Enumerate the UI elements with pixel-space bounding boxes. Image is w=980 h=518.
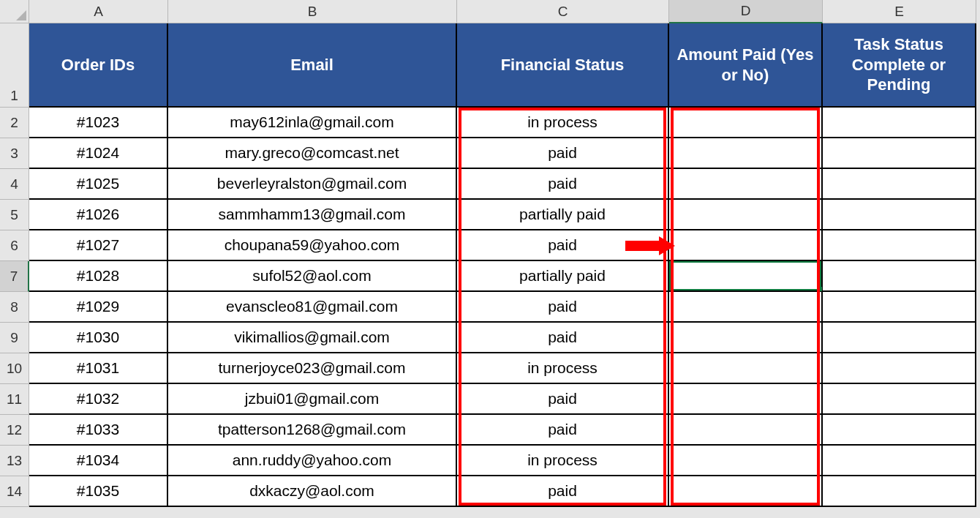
cell-C10[interactable]: in process xyxy=(457,353,669,384)
cell-D5[interactable] xyxy=(669,200,823,230)
cell-A3[interactable]: #1024 xyxy=(29,138,168,169)
cell-C8[interactable]: paid xyxy=(457,292,669,323)
cell-B3[interactable]: mary.greco@comcast.net xyxy=(168,138,457,169)
cell-E14[interactable] xyxy=(823,476,976,507)
cell-D11[interactable] xyxy=(669,384,823,415)
row-header-6[interactable]: 6 xyxy=(0,230,29,261)
cell-A2[interactable]: #1023 xyxy=(29,108,168,138)
row-header-12[interactable]: 12 xyxy=(0,415,29,446)
row-header-3[interactable]: 3 xyxy=(0,138,29,169)
cell-D8[interactable] xyxy=(669,292,823,323)
row-header-7[interactable]: 7 xyxy=(0,261,29,292)
spreadsheet: A B C D E 1 Order IDs Email Financial St… xyxy=(0,0,980,507)
cell-A4[interactable]: #1025 xyxy=(29,169,168,200)
cell-A11[interactable]: #1032 xyxy=(29,384,168,415)
header-amount-paid[interactable]: Amount Paid (Yes or No) xyxy=(669,23,823,108)
cell-B11[interactable]: jzbui01@gmail.com xyxy=(168,384,457,415)
cell-C4[interactable]: paid xyxy=(457,169,669,200)
row-header-2[interactable]: 2 xyxy=(0,108,29,138)
cell-C11[interactable]: paid xyxy=(457,384,669,415)
cell-C12[interactable]: paid xyxy=(457,415,669,446)
cell-D7[interactable] xyxy=(669,261,823,292)
cell-E10[interactable] xyxy=(823,353,976,384)
cell-D13[interactable] xyxy=(669,446,823,476)
cell-A13[interactable]: #1034 xyxy=(29,446,168,476)
header-order-ids[interactable]: Order IDs xyxy=(29,23,168,108)
cell-E7[interactable] xyxy=(823,261,976,292)
cell-D6[interactable] xyxy=(669,230,823,261)
cell-A12[interactable]: #1033 xyxy=(29,415,168,446)
cell-A14[interactable]: #1035 xyxy=(29,476,168,507)
col-header-D[interactable]: D xyxy=(669,0,823,23)
cell-A8[interactable]: #1029 xyxy=(29,292,168,323)
cell-C14[interactable]: paid xyxy=(457,476,669,507)
cell-A9[interactable]: #1030 xyxy=(29,323,168,353)
col-header-E[interactable]: E xyxy=(823,0,976,23)
cell-C3[interactable]: paid xyxy=(457,138,669,169)
cell-C9[interactable]: paid xyxy=(457,323,669,353)
cell-D3[interactable] xyxy=(669,138,823,169)
cell-A10[interactable]: #1031 xyxy=(29,353,168,384)
cell-B2[interactable]: may612inla@gmail.com xyxy=(168,108,457,138)
row-header-1[interactable]: 1 xyxy=(0,23,29,108)
col-header-C[interactable]: C xyxy=(457,0,669,23)
cell-B9[interactable]: vikimallios@gmail.com xyxy=(168,323,457,353)
row-header-13[interactable]: 13 xyxy=(0,446,29,476)
column-header-strip: A B C D E xyxy=(0,0,980,23)
col-header-A[interactable]: A xyxy=(29,0,168,23)
cell-D14[interactable] xyxy=(669,476,823,507)
cell-A5[interactable]: #1026 xyxy=(29,200,168,230)
cell-E12[interactable] xyxy=(823,415,976,446)
cell-C13[interactable]: in process xyxy=(457,446,669,476)
cell-B10[interactable]: turnerjoyce023@gmail.com xyxy=(168,353,457,384)
cell-D12[interactable] xyxy=(669,415,823,446)
cell-C5[interactable]: partially paid xyxy=(457,200,669,230)
row-header-10[interactable]: 10 xyxy=(0,353,29,384)
cell-B6[interactable]: choupana59@yahoo.com xyxy=(168,230,457,261)
row-header-4[interactable]: 4 xyxy=(0,169,29,200)
cell-E11[interactable] xyxy=(823,384,976,415)
cell-E4[interactable] xyxy=(823,169,976,200)
col-header-B[interactable]: B xyxy=(168,0,457,23)
cell-D9[interactable] xyxy=(669,323,823,353)
cell-C2[interactable]: in process xyxy=(457,108,669,138)
cell-D2[interactable] xyxy=(669,108,823,138)
row-header-14[interactable]: 14 xyxy=(0,476,29,507)
header-email[interactable]: Email xyxy=(168,23,457,108)
cell-B12[interactable]: tpatterson1268@gmail.com xyxy=(168,415,457,446)
row-header-9[interactable]: 9 xyxy=(0,323,29,353)
cell-E6[interactable] xyxy=(823,230,976,261)
cell-B8[interactable]: evanscleo81@gmail.com xyxy=(168,292,457,323)
header-financial-status[interactable]: Financial Status xyxy=(457,23,669,108)
cell-E9[interactable] xyxy=(823,323,976,353)
header-task-status[interactable]: Task Status Complete or Pending xyxy=(823,23,976,108)
cell-A6[interactable]: #1027 xyxy=(29,230,168,261)
cell-E13[interactable] xyxy=(823,446,976,476)
row-header-8[interactable]: 8 xyxy=(0,292,29,323)
cell-B14[interactable]: dxkaczy@aol.com xyxy=(168,476,457,507)
cell-D10[interactable] xyxy=(669,353,823,384)
cell-E3[interactable] xyxy=(823,138,976,169)
row-header-5[interactable]: 5 xyxy=(0,200,29,230)
select-all-corner[interactable] xyxy=(0,0,29,23)
cell-E2[interactable] xyxy=(823,108,976,138)
cell-B13[interactable]: ann.ruddy@yahoo.com xyxy=(168,446,457,476)
data-rows: 2#1023may612inla@gmail.comin process3#10… xyxy=(0,108,980,507)
cell-C6[interactable]: paid xyxy=(457,230,669,261)
cell-B5[interactable]: sammhamm13@gmail.com xyxy=(168,200,457,230)
cell-D4[interactable] xyxy=(669,169,823,200)
cell-A7[interactable]: #1028 xyxy=(29,261,168,292)
row-header-11[interactable]: 11 xyxy=(0,384,29,415)
cell-B7[interactable]: sufol52@aol.com xyxy=(168,261,457,292)
cell-E8[interactable] xyxy=(823,292,976,323)
cell-E5[interactable] xyxy=(823,200,976,230)
cell-C7[interactable]: partially paid xyxy=(457,261,669,292)
cell-B4[interactable]: beverleyralston@gmail.com xyxy=(168,169,457,200)
header-row: 1 Order IDs Email Financial Status Amoun… xyxy=(0,23,980,108)
